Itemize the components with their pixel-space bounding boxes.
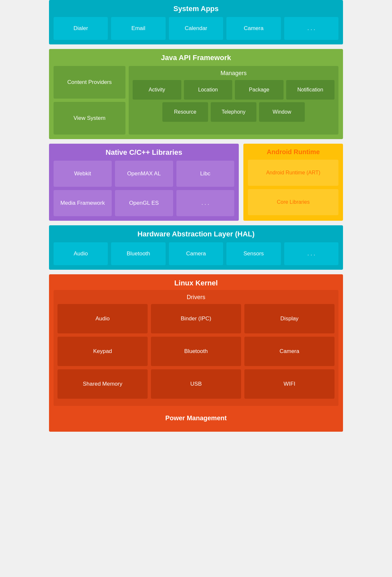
- art-card: Android Runtime (ART): [248, 160, 338, 186]
- hal-card: Bluetooth: [111, 242, 165, 265]
- driver-card: Display: [244, 304, 335, 333]
- manager-card: Location: [184, 80, 233, 100]
- driver-card: USB: [151, 369, 241, 399]
- java-api-left: Content ProvidersView System: [54, 66, 125, 135]
- managers-row-2: ResourceTelephonyWindow: [133, 102, 335, 122]
- hal-card: Sensors: [226, 242, 281, 265]
- art-card: Core Libraries: [248, 189, 338, 215]
- java-api-title: Java API Framework: [54, 54, 338, 62]
- driver-card: Keypad: [57, 337, 148, 366]
- native-lib-card: . . .: [176, 190, 235, 216]
- native-libs-layer: Native C/C++ Libraries WebkitOpenMAX ALL…: [49, 144, 239, 221]
- system-apps-card: Calendar: [169, 17, 223, 40]
- java-api-left-card: Content Providers: [54, 66, 125, 99]
- system-apps-card: Email: [111, 17, 165, 40]
- manager-card: Notification: [286, 80, 335, 100]
- system-apps-card: Camera: [226, 17, 281, 40]
- native-lib-card: OpenGL ES: [115, 190, 173, 216]
- driver-card: Audio: [57, 304, 148, 333]
- linux-kernel-layer: Linux Kernel Drivers AudioBinder (IPC)Di…: [49, 274, 343, 432]
- driver-card: Binder (IPC): [151, 304, 241, 333]
- hal-card: Audio: [54, 242, 108, 265]
- hal-cards: AudioBluetoothCameraSensors. . .: [54, 242, 338, 265]
- android-runtime-title: Android Runtime: [248, 148, 338, 156]
- hal-card: . . .: [284, 242, 338, 265]
- java-api-left-card: View System: [54, 102, 125, 135]
- manager-card: Telephony: [211, 102, 256, 122]
- native-libs-cards: WebkitOpenMAX ALLibcMedia FrameworkOpenG…: [54, 161, 234, 216]
- drivers-title: Drivers: [57, 294, 335, 301]
- manager-card: Resource: [162, 102, 208, 122]
- managers-row-1: ActivityLocationPackageNotification: [133, 80, 335, 100]
- manager-card: Window: [259, 102, 305, 122]
- drivers-grid: AudioBinder (IPC)DisplayKeypadBluetoothC…: [57, 304, 335, 399]
- java-api-layer: Java API Framework Content ProvidersView…: [49, 49, 343, 139]
- native-libs-title: Native C/C++ Libraries: [54, 148, 234, 157]
- drivers-box: Drivers AudioBinder (IPC)DisplayKeypadBl…: [54, 290, 338, 406]
- managers-box: Managers ActivityLocationPackageNotifica…: [129, 66, 338, 135]
- hal-card: Camera: [169, 242, 223, 265]
- system-apps-layer: System Apps DialerEmailCalendarCamera. .…: [49, 0, 343, 44]
- system-apps-cards: DialerEmailCalendarCamera. . .: [54, 17, 338, 40]
- manager-card: Activity: [133, 80, 181, 100]
- driver-card: WIFI: [244, 369, 335, 399]
- native-lib-card: OpenMAX AL: [115, 161, 173, 187]
- native-lib-card: Media Framework: [54, 190, 112, 216]
- system-apps-card: Dialer: [54, 17, 108, 40]
- driver-card: Bluetooth: [151, 337, 241, 366]
- driver-card: Camera: [244, 337, 335, 366]
- native-runtime-row: Native C/C++ Libraries WebkitOpenMAX ALL…: [49, 144, 343, 221]
- system-apps-title: System Apps: [54, 5, 338, 13]
- hal-layer: Hardware Abstraction Layer (HAL) AudioBl…: [49, 225, 343, 270]
- hal-title: Hardware Abstraction Layer (HAL): [54, 230, 338, 238]
- linux-kernel-title: Linux Kernel: [54, 279, 338, 287]
- android-runtime-layer: Android Runtime Android Runtime (ART)Cor…: [243, 144, 343, 221]
- managers-title: Managers: [133, 70, 335, 77]
- manager-card: Package: [235, 80, 284, 100]
- power-mgmt: Power Management: [54, 409, 338, 427]
- native-lib-card: Webkit: [54, 161, 112, 187]
- driver-card: Shared Memory: [57, 369, 148, 399]
- native-lib-card: Libc: [176, 161, 235, 187]
- java-api-content: Content ProvidersView System Managers Ac…: [54, 66, 338, 135]
- system-apps-card: . . .: [284, 17, 338, 40]
